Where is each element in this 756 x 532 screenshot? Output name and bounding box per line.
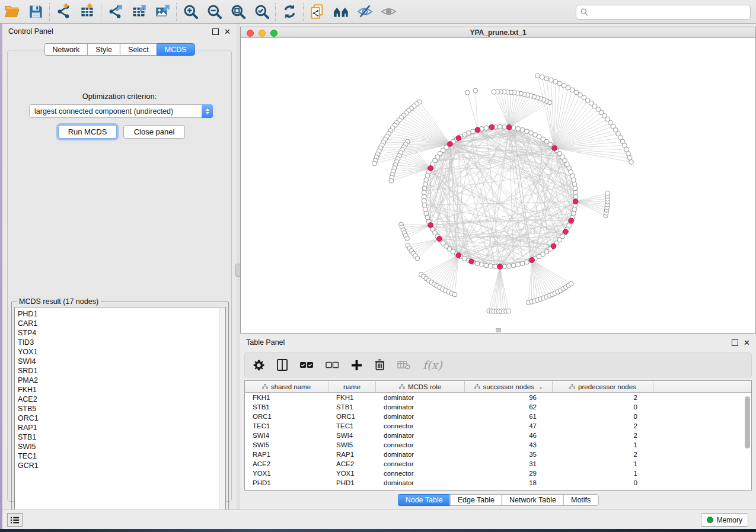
canvas-splitter-grip[interactable] — [496, 328, 501, 332]
mcds-result-item[interactable]: TID3 — [18, 338, 225, 347]
mcds-result-item[interactable]: PHD1 — [18, 309, 225, 319]
network-node[interactable] — [452, 292, 457, 297]
network-node[interactable] — [524, 129, 529, 134]
network-graph[interactable] — [241, 38, 755, 333]
scrollbar-thumb[interactable] — [745, 396, 750, 448]
network-node[interactable] — [529, 130, 534, 135]
mcds-result-item[interactable]: CAR1 — [18, 319, 225, 328]
close-panel-icon[interactable]: ✕ — [744, 339, 750, 346]
network-node[interactable] — [540, 75, 544, 79]
mcds-hub-node[interactable] — [448, 142, 453, 147]
mcds-result-item[interactable]: ACE2 — [18, 395, 225, 404]
column-header-predecessor-nodes[interactable]: predecessor nodes — [553, 381, 653, 392]
network-node[interactable] — [544, 76, 549, 81]
network-node[interactable] — [415, 256, 420, 261]
mcds-hub-node[interactable] — [475, 127, 480, 133]
network-node[interactable] — [520, 127, 525, 132]
network-node[interactable] — [516, 127, 521, 132]
share-document-icon[interactable] — [305, 2, 329, 22]
network-node[interactable] — [535, 73, 540, 78]
mcds-result-item[interactable]: GCR1 — [18, 461, 225, 470]
table-row[interactable]: SWI5SWI5connector431 — [245, 440, 751, 450]
tab-network-table[interactable]: Network Table — [502, 494, 563, 506]
network-node[interactable] — [484, 126, 489, 130]
tab-mcds[interactable]: MCDS — [157, 43, 195, 56]
network-node[interactable] — [473, 88, 478, 93]
network-node[interactable] — [506, 309, 511, 313]
mcds-result-item[interactable]: STB1 — [18, 432, 225, 442]
zoom-in-icon[interactable] — [178, 2, 202, 22]
network-node[interactable] — [422, 186, 427, 191]
network-node[interactable] — [573, 186, 578, 191]
network-node[interactable] — [422, 198, 426, 203]
network-node[interactable] — [520, 261, 525, 266]
network-canvas[interactable] — [241, 38, 755, 333]
select-all-icon[interactable] — [300, 361, 313, 369]
mcds-hub-node[interactable] — [456, 136, 461, 141]
tab-motifs[interactable]: Motifs — [563, 494, 598, 506]
table-scrollbar[interactable] — [745, 395, 750, 489]
table-row[interactable]: ACE2ACE2connector311 — [245, 459, 751, 469]
network-node[interactable] — [423, 182, 428, 187]
close-panel-button[interactable]: Close panel — [123, 125, 185, 139]
float-window-icon[interactable] — [732, 339, 738, 346]
network-node[interactable] — [507, 264, 512, 268]
table-row[interactable]: STB1STB1dominator620 — [245, 402, 751, 412]
table-row[interactable]: RAP1RAP1dominator352 — [245, 450, 751, 459]
hide-annotations-icon[interactable] — [353, 2, 377, 22]
optimization-criterion-select[interactable]: largest connected component (undirected) — [29, 104, 213, 118]
zoom-selected-icon[interactable] — [250, 2, 273, 22]
network-node[interactable] — [497, 124, 502, 129]
export-table-icon[interactable] — [127, 2, 151, 22]
column-header-successor-nodes[interactable]: successor nodes⌄ — [465, 381, 553, 392]
show-annotations-icon[interactable] — [377, 2, 400, 22]
mcds-hub-node[interactable] — [506, 125, 512, 130]
mcds-result-item[interactable]: FKH1 — [18, 385, 225, 395]
network-node[interactable] — [465, 90, 470, 95]
mcds-result-item[interactable]: PMA2 — [18, 376, 225, 385]
mcds-result-item[interactable]: YOX1 — [18, 347, 225, 357]
node-table[interactable]: shared namenameMCDS rolesuccessor nodes⌄… — [244, 380, 752, 491]
minimize-yellow-icon[interactable] — [259, 30, 266, 37]
mcds-hub-node[interactable] — [489, 124, 495, 130]
network-node[interactable] — [562, 84, 566, 88]
save-session-icon[interactable] — [24, 2, 47, 22]
column-header-MCDS-role[interactable]: MCDS role — [376, 381, 465, 392]
network-node[interactable] — [569, 281, 573, 286]
mcds-result-item[interactable]: SWI4 — [18, 357, 225, 366]
export-image-icon[interactable] — [151, 2, 174, 22]
mcds-hub-node[interactable] — [456, 253, 461, 258]
mcds-result-item[interactable]: ORC1 — [18, 414, 225, 423]
zoom-out-icon[interactable] — [202, 2, 226, 22]
network-node[interactable] — [475, 261, 480, 266]
select-stepper-icon[interactable] — [202, 104, 213, 118]
mcds-result-list[interactable]: PHD1CAR1STP4TID3YOX1SWI4SRD1PMA2FKH1ACE2… — [14, 307, 226, 517]
network-node[interactable] — [572, 207, 577, 211]
network-node[interactable] — [524, 259, 529, 264]
network-node[interactable] — [422, 203, 427, 207]
tab-node-table[interactable]: Node Table — [398, 494, 450, 506]
result-scrollbar[interactable] — [219, 308, 225, 515]
search-input[interactable] — [589, 6, 750, 18]
gear-icon[interactable] — [253, 360, 264, 371]
table-row[interactable]: ORC1ORC1dominator610 — [245, 412, 751, 421]
import-network-icon[interactable] — [52, 2, 75, 22]
float-window-icon[interactable] — [212, 28, 219, 35]
columns-icon[interactable] — [277, 359, 288, 371]
mcds-result-item[interactable]: TEC1 — [18, 451, 225, 461]
mcds-hub-node[interactable] — [436, 236, 442, 242]
network-node[interactable] — [511, 263, 516, 268]
tab-style[interactable]: Style — [87, 43, 120, 56]
mcds-result-item[interactable]: STB5 — [18, 404, 225, 414]
tab-select[interactable]: Select — [120, 43, 157, 56]
binoculars-icon[interactable] — [329, 2, 353, 22]
deselect-all-icon[interactable] — [326, 361, 339, 369]
close-panel-icon[interactable]: ✕ — [224, 28, 231, 35]
column-header-shared-name[interactable]: shared name — [245, 381, 328, 392]
network-node[interactable] — [492, 89, 496, 94]
mcds-hub-node[interactable] — [573, 199, 578, 204]
mcds-hub-node[interactable] — [552, 146, 557, 151]
network-node[interactable] — [489, 264, 493, 268]
network-node[interactable] — [511, 126, 516, 130]
mcds-hub-node[interactable] — [428, 223, 433, 228]
